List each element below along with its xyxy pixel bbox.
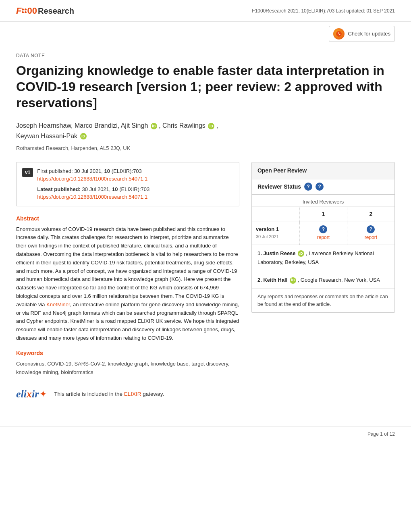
version-row: v1 First published: 30 Jul 2021, 10 (ELI…	[22, 167, 233, 201]
header-bar: F 0 0 Research F1000Research 2021, 10(EL…	[0, 0, 411, 22]
elixir-gateway-link[interactable]: ELIXIR	[124, 391, 141, 397]
latest-published-issue: (ELIXIR):703	[119, 186, 149, 192]
orcid-singh: iD	[151, 123, 157, 129]
reviewer2-name: Keith Hall	[263, 277, 289, 283]
reviewer2-affil: , Google Research, New York, USA	[298, 277, 380, 283]
reviewer-col-1: 1	[299, 207, 347, 222]
version-date: 30 Jul 2021	[256, 233, 295, 240]
abstract-title: Abstract	[16, 214, 239, 223]
first-published-vol: 10	[104, 168, 110, 174]
page-footer: Page 1 of 12	[0, 426, 411, 442]
report1-q: ?	[319, 225, 327, 233]
status-q1: ?	[304, 183, 312, 191]
version-cell: version 1 30 Jul 2021	[252, 222, 299, 245]
comments-note: Any reports and responses or comments on…	[252, 289, 394, 312]
reviewer1-name: Justin Reese	[263, 250, 297, 256]
version-info: First published: 30 Jul 2021, 10 (ELIXIR…	[37, 167, 149, 201]
reviewer1-entry: 1. Justin Reese iD , Lawrence Berkeley N…	[257, 249, 389, 267]
author-hassani-pak: Keywan Hassani-Pak	[16, 133, 77, 139]
reviewer-num-2: 2	[369, 211, 373, 217]
latest-published-date: 30 Jul 2021,	[82, 186, 112, 192]
authors-line: Joseph Hearnshaw, Marco Brandizi, Ajit S…	[16, 121, 395, 141]
first-doi[interactable]: https://doi.org/10.12688/f1000research.5…	[37, 175, 149, 183]
latest-doi-link[interactable]: https://doi.org/10.12688/f1000research.5…	[37, 194, 147, 200]
update-icon	[333, 28, 345, 39]
first-published-label: First published:	[37, 168, 73, 174]
version-reviewer-row: version 1 30 Jul 2021 ? report ?	[252, 222, 394, 245]
latest-published-line: Latest published: 30 Jul 2021, 10 (ELIXI…	[37, 185, 149, 193]
first-published-line: First published: 30 Jul 2021, 10 (ELIXIR…	[37, 167, 149, 175]
reviewer2-num: 2.	[257, 277, 262, 283]
version-badge: v1	[22, 168, 33, 177]
q-mark-report2: ?	[351, 225, 390, 233]
keywords-title: Keywords	[16, 349, 239, 357]
research-text: Research	[38, 5, 74, 17]
logo-dots	[22, 8, 27, 13]
reviewer1-num: 1.	[257, 250, 262, 256]
article-title: Organizing knowledge to enable faster da…	[16, 62, 395, 111]
page: F 0 0 Research F1000Research 2021, 10(EL…	[0, 0, 411, 532]
invited-reviewers-label: Invited Reviewers	[252, 195, 394, 207]
elixir-text-before: This article is included in the	[54, 391, 122, 397]
first-doi-link[interactable]: https://doi.org/10.12688/f1000research.5…	[37, 176, 147, 182]
report2-link[interactable]: report	[365, 235, 377, 240]
elixir-x: x	[27, 386, 32, 402]
reviewer-col-2: 2	[347, 207, 394, 222]
reviewer-list: 1. Justin Reese iD , Lawrence Berkeley N…	[252, 245, 394, 289]
article-type-label: DATA NOTE	[16, 52, 395, 59]
elixir-section: eli x ir ✦ This article is included in t…	[16, 386, 239, 402]
report1-link[interactable]: report	[317, 235, 330, 240]
reviewer-num-1: 1	[322, 211, 325, 217]
orcid-rawlings: iD	[208, 123, 214, 129]
author-rawlings: , Chris Rawlings	[159, 122, 206, 129]
journal-logo: F 0 0 Research	[16, 4, 74, 17]
q-mark-report1: ?	[304, 225, 343, 233]
author-comma: ,	[216, 122, 218, 129]
first-published-date: 30 Jul 2021,	[74, 168, 104, 174]
check-updates-label: Check for updates	[348, 30, 390, 38]
reviewer-status-row: Reviewer Status ? ?	[252, 179, 394, 195]
reviewer-status-label: Reviewer Status	[257, 183, 301, 191]
left-column: v1 First published: 30 Jul 2021, 10 (ELI…	[16, 162, 239, 402]
elixir-description: This article is included in the ELIXIR g…	[54, 390, 164, 398]
version-label: version 1	[256, 225, 295, 233]
first-published-issue: (ELIXIR):703	[112, 168, 142, 174]
header-meta: F1000Research 2021, 10(ELIXIR):703 Last …	[252, 7, 395, 15]
peer-review-box: Open Peer Review Reviewer Status ? ? Inv…	[251, 162, 395, 313]
report2-q: ?	[367, 225, 375, 233]
right-column: Open Peer Review Reviewer Status ? ? Inv…	[251, 162, 395, 402]
empty-col	[252, 207, 299, 222]
reviewer-columns-header: 1 2	[252, 207, 394, 222]
check-updates-button[interactable]: Check for updates	[329, 26, 395, 42]
reviewer2-entry: 2. Keith Hall iD , Google Research, New …	[257, 276, 389, 285]
version-box: v1 First published: 30 Jul 2021, 10 (ELI…	[16, 162, 239, 206]
elixir-asterisk: ✦	[39, 387, 47, 401]
abstract-text: Enormous volumes of COVID-19 research da…	[16, 225, 239, 343]
elixir-logo-ir: ir	[32, 386, 39, 402]
elixir-logo: eli x ir ✦	[16, 386, 47, 402]
orcid-hall: iD	[290, 277, 296, 284]
keywords-text: Coronavirus, COVID-19, SARS-CoV-2, knowl…	[16, 360, 239, 377]
main-content: DATA NOTE Organizing knowledge to enable…	[0, 44, 411, 418]
latest-published-vol: 10	[112, 186, 118, 192]
page-number: Page 1 of 12	[367, 430, 395, 438]
elixir-logo-text: eli	[16, 386, 27, 402]
report2-cell: ? report	[347, 222, 394, 245]
latest-doi[interactable]: https://doi.org/10.12688/f1000research.5…	[37, 193, 149, 201]
orcid-hassani-pak: iD	[80, 133, 87, 139]
report1-cell: ? report	[299, 222, 347, 245]
status-q2: ?	[316, 183, 324, 191]
orcid-reese: iD	[298, 250, 304, 257]
latest-published-label: Latest published:	[37, 186, 81, 192]
two-column-layout: v1 First published: 30 Jul 2021, 10 (ELI…	[16, 162, 395, 402]
knetminer-link[interactable]: KnetMiner	[46, 301, 70, 308]
f1000-logo-mark: F 0 0 Research	[16, 4, 74, 17]
elixir-text-after: gateway.	[143, 391, 164, 397]
affiliation: Rothamsted Research, Harpenden, AL5 2JQ,…	[16, 144, 395, 152]
author-hearnshaw-brandizi-singh: Joseph Hearnshaw, Marco Brandizi, Ajit S…	[16, 122, 148, 129]
peer-review-header: Open Peer Review	[252, 162, 394, 179]
f-letter: F	[16, 4, 21, 17]
